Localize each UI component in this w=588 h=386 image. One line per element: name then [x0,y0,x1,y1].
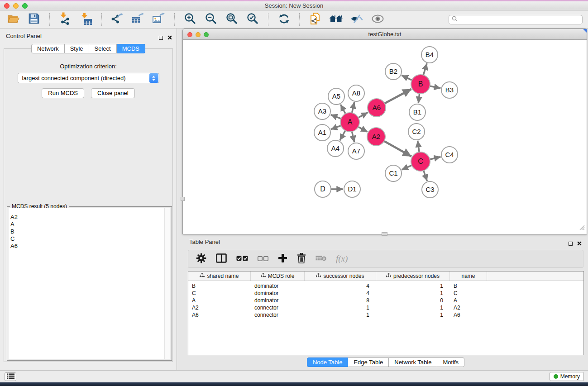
cell-predecessor-nodes[interactable]: 1 [376,305,450,311]
close-table-panel-icon[interactable] [577,239,582,248]
edge-A-A3[interactable] [331,114,342,119]
search-input[interactable] [459,16,579,23]
mcds-result-item[interactable]: A [9,221,170,228]
edge-A-A7[interactable] [352,131,354,143]
network-window-titlebar[interactable]: testGlobe.txt [183,29,587,40]
mcds-result-scrollbar[interactable] [164,208,170,359]
export-network-button[interactable] [110,13,125,27]
float-panel-icon[interactable] [159,36,163,40]
open-session-button[interactable] [5,13,21,27]
cell-name[interactable]: A [450,297,487,304]
tab-edge-table[interactable]: Edge Table [348,357,389,367]
mcds-result-item[interactable]: A2 [9,214,170,221]
edge-A-A2[interactable] [358,127,368,132]
cell-shared-name[interactable]: A [188,297,251,304]
vertical-splitter-handle[interactable] [181,197,185,201]
network-close-button[interactable] [187,32,192,37]
delete-table-button[interactable] [316,255,326,263]
export-table-button[interactable] [130,13,146,27]
minimize-window-button[interactable] [13,3,19,9]
cell-successor-nodes[interactable]: 1 [305,305,376,311]
cell-mcds-role[interactable]: dominator [251,297,305,304]
zoom-selected-button[interactable] [245,13,260,27]
save-session-button[interactable] [26,13,42,27]
add-row-button[interactable] [278,253,287,265]
criterion-dropdown[interactable]: largest connected component (directed) [18,73,159,83]
edge-A-A5[interactable] [340,105,345,114]
cell-name[interactable]: A2 [450,305,487,311]
column-header-successor-nodes[interactable]: successor nodes [305,272,376,281]
cell-predecessor-nodes[interactable]: 1 [376,290,450,296]
mcds-result-list[interactable]: A2ABCA6 [9,208,170,359]
go-home-button[interactable] [328,13,344,27]
search-box[interactable] [449,15,583,24]
memory-button[interactable]: Memory [550,372,584,381]
task-history-button[interactable] [5,372,16,381]
zoom-out-button[interactable] [203,13,219,27]
close-panel-icon[interactable] [167,33,172,42]
edge-B-B1[interactable] [418,93,420,103]
edge-B-B3[interactable] [430,86,441,88]
edge-A-A8[interactable] [352,102,354,114]
cell-successor-nodes[interactable]: 4 [305,290,376,296]
zoom-fit-button[interactable] [224,13,239,27]
refresh-view-button[interactable] [276,13,292,27]
network-zoom-button[interactable] [204,32,209,37]
cell-shared-name[interactable]: A6 [188,312,251,318]
cell-shared-name[interactable]: B [188,283,251,289]
edge-A6-B[interactable] [384,89,411,104]
float-table-panel-icon[interactable] [569,242,573,246]
import-table-button[interactable] [78,13,94,27]
function-builder-button[interactable]: f(x) [336,254,348,264]
tab-node-table[interactable]: Node Table [307,357,349,367]
network-graph[interactable]: AA1A3A4A5A7A8A6A2BB1B2B3B4CC1C2C3C4DD1 [183,40,587,234]
mcds-result-item[interactable]: A6 [9,243,170,250]
cell-mcds-role[interactable]: dominator [251,283,305,289]
network-minimize-button[interactable] [196,32,201,37]
cell-predecessor-nodes[interactable]: 1 [376,283,450,289]
column-header-shared-name[interactable]: shared name [188,272,251,281]
tab-network-table[interactable]: Network Table [389,357,437,367]
close-panel-button[interactable]: Close panel [91,88,135,98]
tab-network[interactable]: Network [31,44,65,53]
edge-A-A6[interactable] [358,112,368,118]
zoom-window-button[interactable] [22,3,28,9]
import-network-button[interactable] [57,13,73,27]
cell-predecessor-nodes[interactable]: 0 [376,297,450,304]
resize-grip-icon[interactable] [579,224,585,232]
tab-style[interactable]: Style [65,44,89,53]
select-all-rows-button[interactable] [236,255,248,263]
edge-A-A4[interactable] [340,130,346,141]
edge-B-B2[interactable] [402,75,412,80]
horizontal-splitter-handle[interactable] [382,232,387,236]
column-header-mcds-role[interactable]: MCDS role [251,272,305,281]
cell-successor-nodes[interactable]: 1 [305,312,376,318]
table-row[interactable]: Adominator80A [188,297,583,304]
edge-C-C3[interactable] [423,170,427,181]
cell-successor-nodes[interactable]: 4 [305,283,376,289]
cell-mcds-role[interactable]: connector [251,312,305,318]
cell-name[interactable]: C [450,290,487,296]
close-window-button[interactable] [4,3,10,9]
cell-mcds-role[interactable]: connector [251,305,305,311]
column-header-name[interactable]: name [450,272,487,281]
column-header-predecessor-nodes[interactable]: predecessor nodes [376,272,450,281]
toggle-columns-button[interactable] [216,253,227,265]
table-row[interactable]: A6connector11A6 [188,311,583,319]
edge-A2-C[interactable] [384,141,411,156]
edge-C-C1[interactable] [402,165,412,170]
cell-shared-name[interactable]: A2 [188,305,251,311]
table-row[interactable]: A2connector11A2 [188,304,583,311]
clone-network-button[interactable] [307,13,323,27]
export-image-button[interactable] [151,13,167,27]
network-canvas[interactable]: AA1A3A4A5A7A8A6A2BB1B2B3B4CC1C2C3C4DD1 [183,40,586,234]
cell-name[interactable]: B [450,283,487,289]
cell-mcds-role[interactable]: dominator [251,290,305,296]
edge-C-C2[interactable] [418,141,420,152]
hide-panels-button[interactable] [349,13,364,27]
delete-row-button[interactable] [297,253,306,265]
mcds-result-item[interactable]: C [9,235,170,243]
cell-successor-nodes[interactable]: 8 [305,297,376,304]
deselect-all-rows-button[interactable] [258,255,268,263]
edge-B-B4[interactable] [423,63,427,76]
